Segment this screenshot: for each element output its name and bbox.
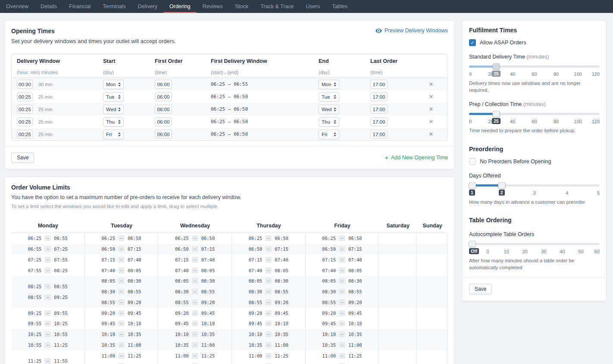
- delivery-window-slot[interactable]: 07:15–07:40: [175, 255, 215, 265]
- remove-row-button[interactable]: ✕: [429, 118, 434, 125]
- delivery-window-slot[interactable]: 10:10–10:35: [175, 329, 215, 340]
- start-day-select[interactable]: Mon: [103, 80, 124, 89]
- nav-tab-stock[interactable]: Stock: [229, 0, 254, 13]
- delivery-window-slot[interactable]: 07:40–08:05: [322, 265, 362, 276]
- slider-thumb[interactable]: [493, 63, 500, 70]
- delivery-window-slot[interactable]: 08:55–09:25: [28, 292, 68, 302]
- delivery-window-slot[interactable]: 07:15–07:40: [249, 255, 288, 265]
- last-order-time-input[interactable]: [370, 117, 388, 126]
- nav-tab-overview[interactable]: Overview: [0, 0, 34, 13]
- delivery-window-slot[interactable]: 11:25–11:50: [249, 361, 288, 364]
- nav-tab-delivery[interactable]: Delivery: [132, 0, 163, 13]
- prep-slider[interactable]: [469, 110, 600, 118]
- delivery-window-slot[interactable]: 06:55–07:25: [28, 244, 68, 255]
- first-order-time-input[interactable]: [155, 92, 172, 101]
- add-new-opening-time-link[interactable]: + Add New Opening Time: [385, 155, 448, 161]
- delivery-window-slot[interactable]: 07:40–08:05: [175, 265, 215, 276]
- days-slider[interactable]: [469, 182, 600, 189]
- delivery-window-duration-input[interactable]: [17, 80, 33, 89]
- auto-slider[interactable]: [469, 240, 600, 248]
- delivery-window-slot[interactable]: 07:25–07:55: [28, 255, 68, 265]
- opening-times-save-button[interactable]: Save: [11, 152, 34, 163]
- fulfilment-save-button[interactable]: Save: [469, 284, 492, 294]
- delivery-window-slot[interactable]: 06:25–06:50: [101, 233, 141, 244]
- delivery-window-slot[interactable]: 09:20–09:45: [101, 308, 141, 318]
- delivery-window-slot[interactable]: 06:50–07:15: [101, 244, 141, 255]
- delivery-window-slot[interactable]: 08:05–08:30: [249, 276, 288, 286]
- nav-tab-users[interactable]: Users: [300, 0, 326, 13]
- nav-tab-ordering[interactable]: Ordering: [163, 0, 197, 13]
- delivery-window-slot[interactable]: 08:55–09:20: [101, 297, 141, 308]
- end-day-select[interactable]: Wed: [319, 105, 339, 114]
- remove-row-button[interactable]: ✕: [429, 106, 434, 112]
- delivery-window-slot[interactable]: 08:30–08:55: [249, 286, 288, 297]
- delivery-window-slot[interactable]: 10:10–10:35: [101, 329, 141, 340]
- end-day-select[interactable]: Thu: [319, 117, 339, 127]
- start-day-select[interactable]: Thu: [103, 117, 124, 127]
- delivery-window-slot[interactable]: 08:55–09:20: [322, 297, 362, 308]
- remove-row-button[interactable]: ✕: [429, 131, 434, 137]
- delivery-window-slot[interactable]: 06:25–06:50: [249, 233, 288, 244]
- preview-delivery-windows-link[interactable]: Preview Delivery Windows: [375, 28, 448, 34]
- delivery-window-slot[interactable]: 09:20–09:45: [175, 308, 215, 318]
- delivery-window-duration-input[interactable]: [17, 117, 33, 126]
- delivery-window-slot[interactable]: 08:30–08:55: [101, 286, 141, 297]
- delivery-window-slot[interactable]: 11:00–11:25: [175, 350, 215, 361]
- std-slider[interactable]: [469, 63, 600, 70]
- delivery-window-slot[interactable]: 08:05–08:30: [322, 276, 362, 286]
- first-order-time-input[interactable]: [155, 130, 172, 139]
- delivery-window-slot[interactable]: 06:50–07:15: [249, 244, 288, 255]
- checkbox-checked-icon[interactable]: ✓: [469, 39, 476, 46]
- allow-asap-orders-checkbox-row[interactable]: ✓ Allow ASAP Orders: [469, 39, 600, 46]
- slider-thumb[interactable]: [469, 182, 476, 189]
- delivery-window-slot[interactable]: 06:25–06:55: [28, 233, 68, 244]
- start-day-select[interactable]: Fri: [103, 130, 124, 139]
- delivery-window-slot[interactable]: 11:00–11:25: [101, 350, 141, 361]
- delivery-window-duration-input[interactable]: [17, 105, 33, 114]
- delivery-window-slot[interactable]: 08:05–08:30: [175, 276, 215, 286]
- first-order-time-input[interactable]: [155, 80, 172, 89]
- delivery-window-slot[interactable]: 09:55–10:25: [28, 318, 68, 329]
- delivery-window-slot[interactable]: 10:10–10:35: [322, 329, 362, 340]
- slider-thumb[interactable]: [493, 111, 500, 117]
- delivery-window-slot[interactable]: 08:25–08:55: [28, 281, 68, 292]
- end-day-select[interactable]: Tue: [319, 92, 339, 102]
- delivery-window-slot[interactable]: 09:45–10:10: [101, 318, 141, 329]
- nav-tab-details[interactable]: Details: [34, 0, 63, 13]
- delivery-window-slot[interactable]: 11:00–11:25: [322, 350, 362, 361]
- slider-thumb[interactable]: [498, 182, 505, 189]
- last-order-time-input[interactable]: [370, 80, 388, 89]
- start-day-select[interactable]: Tue: [103, 92, 124, 102]
- nav-tab-track-trace[interactable]: Track & Trace: [254, 0, 300, 13]
- delivery-window-slot[interactable]: 07:40–08:05: [101, 265, 141, 276]
- delivery-window-slot[interactable]: 07:40–08:05: [249, 265, 288, 276]
- delivery-window-slot[interactable]: 11:25–11:50: [322, 361, 362, 364]
- delivery-window-slot[interactable]: 08:55–09:20: [249, 297, 288, 308]
- no-preorders-checkbox-row[interactable]: No Preorders Before Opening: [469, 158, 600, 165]
- delivery-window-slot[interactable]: 11:00–11:25: [249, 350, 288, 361]
- delivery-window-slot[interactable]: 06:50–07:15: [175, 244, 215, 255]
- delivery-window-duration-input[interactable]: [17, 130, 33, 139]
- delivery-window-slot[interactable]: 11:25–11:55: [28, 355, 68, 364]
- delivery-window-slot[interactable]: 08:30–08:55: [175, 286, 215, 297]
- delivery-window-slot[interactable]: 09:20–09:45: [249, 308, 288, 318]
- first-order-time-input[interactable]: [155, 105, 172, 114]
- nav-tab-terminals[interactable]: Terminals: [97, 0, 132, 13]
- delivery-window-slot[interactable]: 07:15–07:40: [322, 255, 362, 265]
- delivery-window-slot[interactable]: 08:30–08:55: [322, 286, 362, 297]
- delivery-window-slot[interactable]: 09:45–10:10: [249, 318, 288, 329]
- delivery-window-slot[interactable]: 11:25–11:50: [175, 361, 215, 364]
- delivery-window-slot[interactable]: 11:25–11:50: [101, 361, 141, 364]
- start-day-select[interactable]: Wed: [103, 105, 124, 114]
- delivery-window-slot[interactable]: 10:35–11:00: [249, 340, 288, 351]
- delivery-window-slot[interactable]: 06:25–06:50: [175, 233, 215, 244]
- delivery-window-slot[interactable]: 09:25–09:55: [28, 308, 68, 318]
- delivery-window-slot[interactable]: 10:25–10:55: [28, 329, 68, 340]
- delivery-window-slot[interactable]: 10:35–11:00: [101, 340, 141, 351]
- delivery-window-slot[interactable]: 10:55–11:25: [28, 340, 68, 351]
- end-day-select[interactable]: Fri: [319, 130, 339, 139]
- delivery-window-slot[interactable]: 07:15–07:40: [101, 255, 141, 265]
- delivery-window-slot[interactable]: 09:20–09:45: [322, 308, 362, 318]
- delivery-window-slot[interactable]: 10:35–11:00: [322, 340, 362, 351]
- remove-row-button[interactable]: ✕: [429, 81, 434, 87]
